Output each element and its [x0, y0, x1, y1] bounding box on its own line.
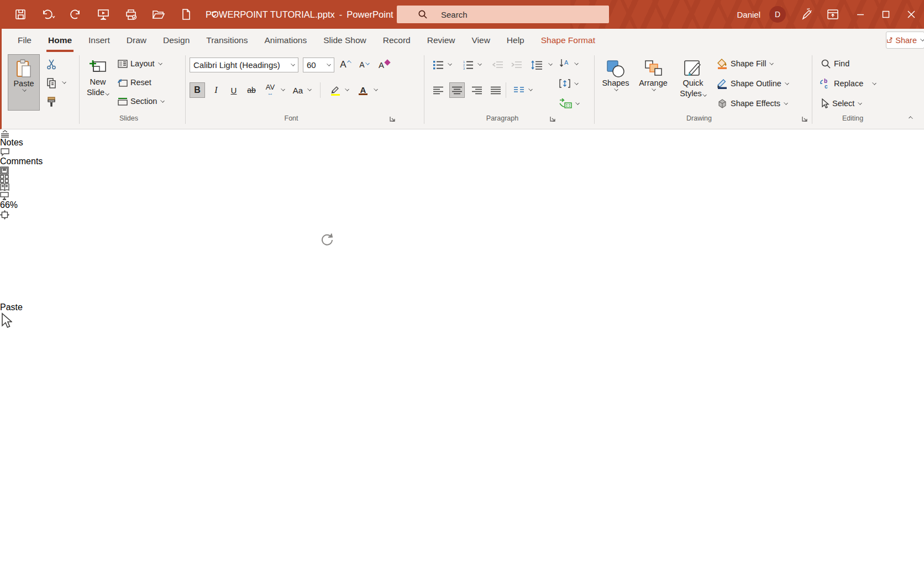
search-input[interactable]: Search: [397, 6, 609, 23]
shape-fill-button[interactable]: Shape Fill: [717, 56, 773, 71]
tab-review[interactable]: Review: [419, 29, 464, 52]
highlight-chevron[interactable]: [345, 87, 349, 91]
save-icon[interactable]: [13, 7, 28, 22]
shapes-button[interactable]: Shapes: [600, 54, 632, 111]
align-left-button[interactable]: [431, 82, 446, 98]
drawing-group-label: Drawing: [686, 114, 712, 122]
maximize-button[interactable]: [873, 0, 899, 29]
arrange-button[interactable]: Arrange: [636, 54, 670, 111]
justify-button[interactable]: [488, 82, 503, 98]
format-painter-button[interactable]: [44, 94, 59, 109]
redo-icon[interactable]: [69, 7, 83, 22]
underline-button[interactable]: U: [226, 82, 242, 98]
slideshow-view-button[interactable]: [0, 191, 924, 200]
tab-shape-format[interactable]: Shape Format: [533, 29, 603, 52]
fit-to-window-icon: [0, 210, 9, 220]
columns-chevron[interactable]: [528, 87, 533, 91]
find-button[interactable]: Find: [821, 56, 849, 71]
tab-transitions[interactable]: Transitions: [198, 29, 256, 52]
align-center-button[interactable]: [449, 82, 465, 98]
paragraph-dialog-launcher-icon[interactable]: [549, 115, 556, 123]
reset-button[interactable]: Reset: [118, 75, 151, 90]
columns-button[interactable]: [511, 82, 527, 98]
tab-view[interactable]: View: [464, 29, 498, 52]
eraser-icon: [384, 59, 390, 65]
paste-button[interactable]: Paste: [8, 54, 40, 111]
tab-design[interactable]: Design: [155, 29, 198, 52]
bold-button[interactable]: B: [190, 82, 205, 98]
avatar[interactable]: D: [769, 6, 786, 23]
font-dialog-launcher-icon[interactable]: [389, 115, 396, 123]
tab-draw[interactable]: Draw: [118, 29, 155, 52]
line-spacing-chevron[interactable]: [548, 61, 553, 66]
tab-insert[interactable]: Insert: [80, 29, 118, 52]
change-case-button[interactable]: Aa: [290, 82, 306, 98]
layout-button[interactable]: Layout: [118, 56, 162, 71]
clear-formatting-button[interactable]: A: [376, 57, 392, 72]
user-name[interactable]: Daniel: [737, 10, 760, 19]
grow-font-button[interactable]: A: [338, 57, 353, 72]
copy-menu-chevron[interactable]: [62, 80, 66, 84]
shape-outline-button[interactable]: Shape Outline: [717, 76, 789, 91]
font-color-button[interactable]: A: [355, 82, 371, 98]
fit-slide-to-window-button[interactable]: [0, 210, 924, 220]
bullets-chevron[interactable]: [448, 61, 452, 66]
tab-record[interactable]: Record: [375, 29, 419, 52]
normal-view-button[interactable]: [0, 166, 924, 175]
highlight-color-button[interactable]: [328, 82, 343, 98]
open-folder-icon[interactable]: [151, 7, 166, 22]
case-chevron[interactable]: [307, 87, 312, 91]
reading-view-button[interactable]: [0, 183, 924, 191]
increase-indent-button[interactable]: [509, 57, 524, 72]
convert-smartart-button[interactable]: [559, 96, 579, 111]
italic-button[interactable]: I: [208, 82, 224, 98]
line-spacing-button[interactable]: [529, 57, 544, 72]
share-button[interactable]: Share: [886, 32, 924, 49]
editing-mode-pen-icon[interactable]: [798, 6, 815, 23]
zoom-level[interactable]: 66%: [0, 200, 924, 210]
align-text-button[interactable]: [559, 76, 578, 91]
numbering-chevron[interactable]: [477, 61, 482, 66]
spacing-chevron[interactable]: [281, 87, 285, 91]
decrease-indent-button[interactable]: [490, 57, 506, 72]
new-slide-button[interactable]: New Slide: [81, 54, 114, 111]
tab-slide-show[interactable]: Slide Show: [315, 29, 375, 52]
cut-button[interactable]: [44, 56, 59, 72]
shrink-font-button[interactable]: A: [356, 57, 372, 72]
replace-button[interactable]: bc Replace: [820, 76, 876, 91]
ribbon-display-options-icon[interactable]: [825, 6, 841, 23]
close-button[interactable]: [899, 0, 924, 29]
tab-file[interactable]: File: [9, 29, 40, 52]
start-slideshow-icon[interactable]: [96, 7, 111, 22]
character-spacing-button[interactable]: AV ↔: [262, 82, 278, 98]
numbering-button[interactable]: 123: [460, 57, 476, 72]
font-color-chevron[interactable]: [374, 87, 378, 91]
quick-styles-button[interactable]: Quick Styles: [675, 54, 711, 111]
align-right-button[interactable]: [469, 82, 485, 98]
comments-button[interactable]: Comments: [0, 148, 924, 166]
tab-help[interactable]: Help: [498, 29, 533, 52]
drawing-dialog-launcher-icon[interactable]: [801, 115, 809, 123]
rotate-handle-icon[interactable]: [319, 232, 334, 247]
minimize-button[interactable]: [848, 0, 873, 29]
text-direction-button[interactable]: A: [559, 56, 578, 71]
font-family-select[interactable]: Calibri Light (Headings): [190, 58, 298, 72]
copy-button[interactable]: [44, 75, 59, 91]
undo-icon[interactable]: [41, 7, 55, 22]
tab-home[interactable]: Home: [40, 29, 80, 52]
slide-sorter-view-button[interactable]: [0, 175, 924, 183]
share-icon: [886, 36, 893, 44]
notes-button[interactable]: Notes: [0, 130, 924, 148]
bullets-button[interactable]: [431, 57, 446, 72]
layout-icon: [118, 60, 128, 68]
tab-animations[interactable]: Animations: [256, 29, 315, 52]
section-button[interactable]: Section: [118, 94, 164, 108]
select-button[interactable]: Select: [821, 96, 862, 111]
font-size-select[interactable]: 60: [303, 58, 334, 72]
strikethrough-button[interactable]: ab: [244, 82, 259, 98]
new-file-icon[interactable]: [179, 7, 193, 22]
shape-effects-button[interactable]: Shape Effects: [717, 96, 788, 111]
print-preview-icon[interactable]: [124, 7, 138, 22]
quick-styles-label-1: Quick: [683, 79, 703, 88]
collapse-ribbon-chevron[interactable]: [909, 116, 913, 121]
